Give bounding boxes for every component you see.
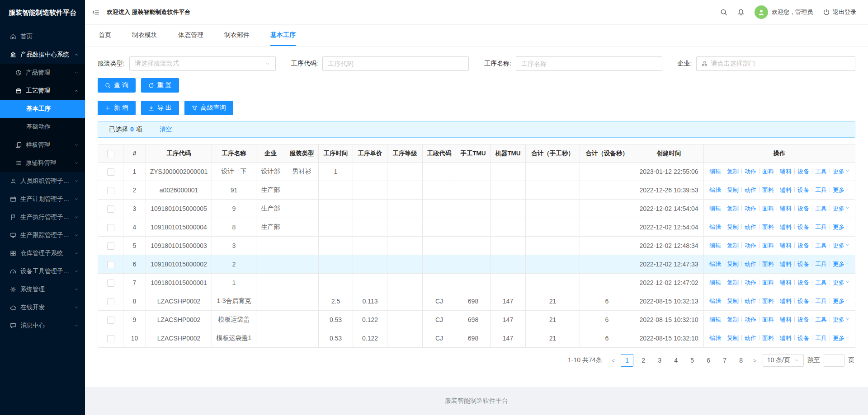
row-checkbox[interactable]: [107, 168, 114, 176]
op-edit-link[interactable]: 编辑: [709, 335, 721, 341]
export-button[interactable]: 导 出: [141, 101, 179, 115]
op-equipment-link[interactable]: 设备: [797, 205, 809, 212]
row-checkbox[interactable]: [107, 205, 114, 213]
op-fabric-link[interactable]: 面料: [762, 279, 774, 286]
op-accessory-link[interactable]: 辅料: [780, 279, 792, 286]
op-copy-link[interactable]: 复制: [727, 224, 739, 230]
sidebar-item-product-data-center[interactable]: 产品数据中心系统: [0, 46, 85, 64]
op-more-link[interactable]: 更多: [833, 335, 849, 341]
page-button-5[interactable]: 5: [686, 354, 698, 367]
row-checkbox[interactable]: [107, 224, 114, 231]
page-button-2[interactable]: 2: [637, 354, 650, 367]
row-checkbox[interactable]: [107, 317, 114, 324]
op-tool-link[interactable]: 工具: [815, 168, 827, 175]
op-accessory-link[interactable]: 辅料: [780, 205, 792, 212]
sidebar-item-personnel-org-subsystem[interactable]: 人员组织管理子系统: [0, 172, 85, 190]
op-copy-link[interactable]: 复制: [727, 298, 739, 304]
op-tool-link[interactable]: 工具: [815, 205, 827, 212]
clear-selection-link[interactable]: 清空: [160, 126, 172, 134]
page-button-4[interactable]: 4: [670, 354, 682, 367]
select-all-checkbox[interactable]: [107, 150, 114, 157]
page-button-8[interactable]: 8: [735, 354, 747, 367]
process-code-input[interactable]: [322, 56, 469, 71]
op-more-link[interactable]: 更多: [833, 187, 849, 193]
op-accessory-link[interactable]: 辅料: [780, 298, 792, 304]
sidebar-item-warehouse-subsystem[interactable]: 仓库管理子系统: [0, 244, 85, 262]
advanced-search-button[interactable]: 高级查询: [184, 101, 233, 115]
op-accessory-link[interactable]: 辅料: [780, 187, 792, 193]
op-equipment-link[interactable]: 设备: [797, 279, 809, 286]
op-equipment-link[interactable]: 设备: [797, 298, 809, 304]
page-button-6[interactable]: 6: [702, 354, 715, 367]
sidebar-item-craft-management[interactable]: 工艺管理: [0, 82, 85, 100]
op-more-link[interactable]: 更多: [833, 224, 849, 230]
op-tool-link[interactable]: 工具: [815, 335, 827, 341]
sidebar-item-basic-process[interactable]: 基本工序: [0, 100, 85, 118]
page-button-1[interactable]: 1: [621, 354, 633, 367]
sidebar-item-template-management[interactable]: 样板管理: [0, 136, 85, 154]
op-equipment-link[interactable]: 设备: [797, 335, 809, 341]
bell-icon[interactable]: [737, 9, 745, 16]
op-fabric-link[interactable]: 面料: [762, 298, 774, 304]
sidebar-item-material-management[interactable]: 原辅料管理: [0, 154, 85, 172]
op-more-link[interactable]: 更多: [833, 316, 849, 323]
op-more-link[interactable]: 更多: [833, 298, 849, 304]
op-equipment-link[interactable]: 设备: [797, 261, 809, 267]
search-icon[interactable]: [720, 9, 727, 16]
op-equipment-link[interactable]: 设备: [797, 316, 809, 323]
op-action-link[interactable]: 动作: [745, 168, 756, 175]
op-action-link[interactable]: 动作: [745, 187, 756, 193]
op-tool-link[interactable]: 工具: [815, 261, 827, 267]
op-more-link[interactable]: 更多: [833, 168, 849, 175]
op-accessory-link[interactable]: 辅料: [780, 168, 792, 175]
garment-type-select[interactable]: 请选择服装款式: [129, 56, 276, 71]
op-fabric-link[interactable]: 面料: [762, 224, 774, 230]
sidebar-item-online-dev[interactable]: 在线开发: [0, 298, 85, 317]
op-edit-link[interactable]: 编辑: [709, 224, 721, 230]
next-page-button[interactable]: >: [751, 357, 759, 364]
op-equipment-link[interactable]: 设备: [797, 224, 809, 230]
row-checkbox[interactable]: [107, 335, 114, 342]
op-tool-link[interactable]: 工具: [815, 316, 827, 323]
tab-body-management[interactable]: 体态管理: [178, 25, 203, 46]
row-checkbox[interactable]: [107, 261, 114, 268]
prev-page-button[interactable]: <: [609, 357, 617, 364]
op-more-link[interactable]: 更多: [833, 279, 849, 286]
sidebar-item-equipment-tools-subsystem[interactable]: 设备工具管理子系统: [0, 262, 85, 280]
op-fabric-link[interactable]: 面料: [762, 205, 774, 212]
collapse-sidebar-icon[interactable]: [92, 9, 99, 16]
process-name-input[interactable]: [516, 56, 662, 71]
sidebar-item-production-tracking-subsystem[interactable]: 生产跟踪管理子系统: [0, 226, 85, 244]
page-button-7[interactable]: 7: [718, 354, 731, 367]
op-accessory-link[interactable]: 辅料: [780, 261, 792, 267]
op-copy-link[interactable]: 复制: [727, 187, 739, 193]
op-copy-link[interactable]: 复制: [727, 316, 739, 323]
op-action-link[interactable]: 动作: [745, 205, 756, 212]
user-menu[interactable]: 欢迎您，管理员: [755, 5, 813, 19]
op-fabric-link[interactable]: 面料: [762, 335, 774, 341]
sidebar-item-basic-action[interactable]: 基础动作: [0, 118, 85, 136]
op-tool-link[interactable]: 工具: [815, 298, 827, 304]
row-checkbox[interactable]: [107, 242, 114, 250]
op-edit-link[interactable]: 编辑: [709, 279, 721, 286]
add-button[interactable]: 新 增: [98, 101, 136, 115]
op-action-link[interactable]: 动作: [745, 242, 756, 249]
search-button[interactable]: 查 询: [98, 78, 136, 93]
op-edit-link[interactable]: 编辑: [709, 261, 721, 267]
page-button-3[interactable]: 3: [653, 354, 666, 367]
op-accessory-link[interactable]: 辅料: [780, 242, 792, 249]
sidebar-item-product-management[interactable]: 产品管理: [0, 64, 85, 82]
op-edit-link[interactable]: 编辑: [709, 168, 721, 175]
op-action-link[interactable]: 动作: [745, 298, 756, 304]
op-more-link[interactable]: 更多: [833, 242, 849, 249]
reset-button[interactable]: 重 置: [141, 78, 179, 93]
op-copy-link[interactable]: 复制: [727, 261, 739, 267]
op-edit-link[interactable]: 编辑: [709, 205, 721, 212]
op-action-link[interactable]: 动作: [745, 279, 756, 286]
op-copy-link[interactable]: 复制: [727, 205, 739, 212]
op-edit-link[interactable]: 编辑: [709, 242, 721, 249]
op-action-link[interactable]: 动作: [745, 224, 756, 230]
tab-garment-module[interactable]: 制衣模块: [132, 25, 157, 46]
enterprise-input[interactable]: 请点击选择部门: [696, 56, 855, 71]
sidebar-item-message-center[interactable]: 消息中心: [0, 317, 85, 335]
